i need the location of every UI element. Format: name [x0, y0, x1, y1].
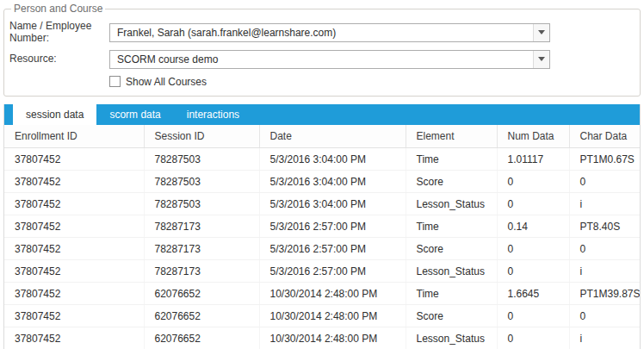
table-cell: Score [406, 171, 497, 193]
table-row[interactable]: 37807452782875035/3/2016 3:04:00 PMScore… [4, 171, 640, 193]
resource-label: Resource: [9, 53, 109, 65]
table-cell: 0 [497, 238, 569, 260]
table-cell: 0 [497, 260, 569, 283]
chevron-down-icon [538, 57, 545, 61]
table-cell: 10/30/2014 2:48:00 PM [259, 327, 406, 349]
table-row[interactable]: 37807452782871735/3/2016 2:57:00 PMLesso… [4, 260, 640, 283]
app-window: Person and Course Name / Employee Number… [0, 0, 644, 349]
table-cell: 5/3/2016 2:57:00 PM [259, 238, 406, 260]
table-cell: 0 [569, 305, 640, 327]
table-cell: 0 [497, 327, 569, 349]
table-cell: Score [406, 238, 497, 260]
table-cell: 5/3/2016 3:04:00 PM [259, 193, 406, 215]
table-cell: 5/3/2016 3:04:00 PM [259, 171, 406, 193]
session-data-grid: Enrollment ID Session ID Date Element Nu… [4, 125, 640, 349]
table-cell: 37807452 [4, 238, 144, 260]
table-cell: 0.14 [497, 215, 569, 238]
table-body: 37807452782875035/3/2016 3:04:00 PMTime1… [4, 148, 640, 349]
table-cell: 78287503 [144, 171, 259, 193]
table-cell: PT1M0.67S [569, 148, 640, 171]
table-cell: i [569, 193, 640, 215]
table-row[interactable]: 37807452782871735/3/2016 2:57:00 PMScore… [4, 238, 640, 260]
column-header-session-id[interactable]: Session ID [144, 125, 259, 148]
table-cell: 78287173 [144, 260, 259, 283]
table-cell: 1.6645 [497, 283, 569, 305]
table-cell: 62076652 [144, 283, 259, 305]
table-row[interactable]: 37807452782871735/3/2016 2:57:00 PMTime0… [4, 215, 640, 238]
name-employee-dropdown[interactable]: Frankel, Sarah (sarah.frankel@learnshare… [109, 23, 550, 42]
column-header-element[interactable]: Element [406, 125, 497, 148]
table-cell: 37807452 [4, 215, 144, 238]
show-all-courses-label[interactable]: Show All Courses [126, 76, 207, 88]
tab-interactions[interactable]: interactions [174, 104, 252, 125]
table-cell: Lesson_Status [406, 193, 497, 215]
table-cell: 5/3/2016 2:57:00 PM [259, 215, 406, 238]
table-cell: 37807452 [4, 148, 144, 171]
groupbox-title: Person and Course [11, 3, 105, 15]
table-cell: 78287503 [144, 193, 259, 215]
table-cell: 5/3/2016 2:57:00 PM [259, 260, 406, 283]
table-cell: 10/30/2014 2:48:00 PM [259, 283, 406, 305]
table-row[interactable]: 378074526207665210/30/2014 2:48:00 PMLes… [4, 327, 640, 349]
table-row[interactable]: 37807452782875035/3/2016 3:04:00 PMTime1… [4, 148, 640, 171]
table-cell: 10/30/2014 2:48:00 PM [259, 305, 406, 327]
table-cell: 37807452 [4, 193, 144, 215]
table-cell: 78287173 [144, 215, 259, 238]
table-cell: Time [406, 148, 497, 171]
name-employee-row: Name / Employee Number: Frankel, Sarah (… [9, 21, 633, 45]
table-row[interactable]: 37807452782875035/3/2016 3:04:00 PMLesso… [4, 193, 640, 215]
table-cell: PT8.40S [569, 215, 640, 238]
column-header-enrollment-id[interactable]: Enrollment ID [4, 125, 144, 148]
table-cell: 0 [569, 171, 640, 193]
resource-value: SCORM course demo [110, 53, 533, 65]
table-row[interactable]: 378074526207665210/30/2014 2:48:00 PMTim… [4, 283, 640, 305]
name-dropdown-button[interactable] [533, 24, 549, 41]
chevron-down-icon [538, 30, 545, 34]
table-cell: 0 [497, 171, 569, 193]
table-cell: 0 [497, 193, 569, 215]
table-cell: 37807452 [4, 171, 144, 193]
resource-dropdown[interactable]: SCORM course demo [109, 50, 550, 69]
table-cell: 37807452 [4, 283, 144, 305]
table-cell: Score [406, 305, 497, 327]
tab-scorm-data[interactable]: scorm data [96, 104, 173, 125]
table-cell: i [569, 327, 640, 349]
table-cell: 0 [497, 305, 569, 327]
table-cell: Lesson_Status [406, 260, 497, 283]
table-cell: 5/3/2016 3:04:00 PM [259, 148, 406, 171]
table-cell: 78287503 [144, 148, 259, 171]
column-header-num-data[interactable]: Num Data [497, 125, 569, 148]
table-cell: 37807452 [4, 327, 144, 349]
name-employee-label: Name / Employee Number: [9, 21, 109, 45]
table-cell: 1.01117 [497, 148, 569, 171]
table-cell: 0 [569, 238, 640, 260]
table-row[interactable]: 378074526207665210/30/2014 2:48:00 PMSco… [4, 305, 640, 327]
table-cell: Lesson_Status [406, 327, 497, 349]
table-cell: 37807452 [4, 260, 144, 283]
resource-row: Resource: SCORM course demo [9, 50, 633, 69]
column-header-date[interactable]: Date [259, 125, 406, 148]
tab-bar: session data scorm data interactions [4, 104, 640, 125]
person-course-group: Person and Course Name / Employee Number… [3, 3, 641, 97]
data-panel: session data scorm data interactions Enr… [3, 104, 641, 349]
table-cell: Time [406, 215, 497, 238]
name-employee-value: Frankel, Sarah (sarah.frankel@learnshare… [110, 27, 533, 39]
column-header-char-data[interactable]: Char Data [569, 125, 640, 148]
tab-session-data[interactable]: session data [13, 104, 96, 125]
table-cell: 78287173 [144, 238, 259, 260]
show-all-courses-checkbox[interactable] [109, 76, 121, 87]
table-cell: 37807452 [4, 305, 144, 327]
table-cell: Time [406, 283, 497, 305]
show-all-courses-row: Show All Courses [109, 76, 633, 88]
table-cell: PT1M39.87S [569, 283, 640, 305]
table-cell: i [569, 260, 640, 283]
table-header-row: Enrollment ID Session ID Date Element Nu… [4, 125, 640, 148]
table-cell: 62076652 [144, 327, 259, 349]
table-cell: 62076652 [144, 305, 259, 327]
resource-dropdown-button[interactable] [533, 51, 549, 68]
